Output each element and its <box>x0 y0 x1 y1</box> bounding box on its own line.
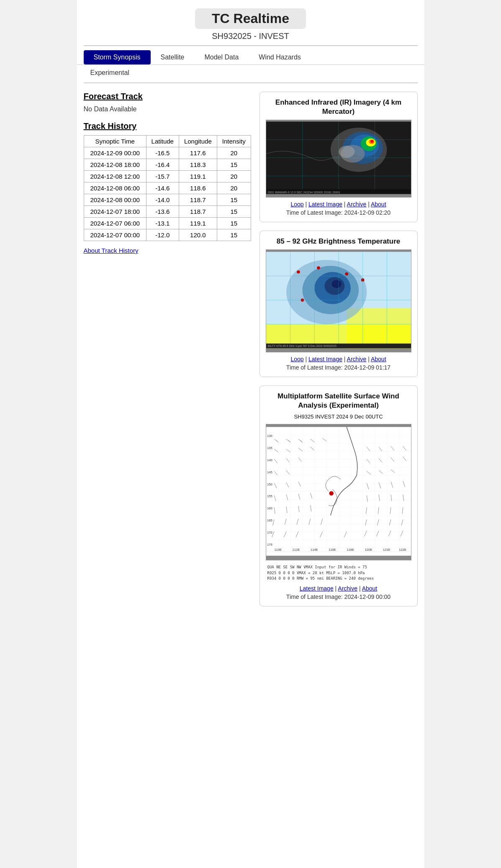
wind-analysis-card: Multiplatform Satellite Surface Wind Ana… <box>259 385 418 606</box>
table-cell-lat: -16.4 <box>146 159 179 171</box>
tab-experimental[interactable]: Experimental <box>84 67 136 79</box>
table-cell-intensity: 20 <box>217 171 251 182</box>
svg-text:155: 155 <box>267 495 272 498</box>
wind-about-link[interactable]: About <box>362 585 378 592</box>
table-cell-lon: 118.6 <box>179 182 217 194</box>
table-cell-lat: -13.1 <box>146 218 179 229</box>
svg-point-112 <box>329 491 333 496</box>
table-row: 2024-12-08 18:00-16.4118.315 <box>84 159 251 171</box>
table-cell-intensity: 20 <box>217 182 251 194</box>
forecast-track-title: Forecast Track <box>84 92 251 101</box>
table-cell-time: 2024-12-09 00:00 <box>84 147 146 159</box>
table-cell-lat: -14.0 <box>146 194 179 206</box>
ir-imagery-svg: 0001 MIAWARI-9 13 9 DEC 242Z44 020000 20… <box>266 120 411 195</box>
tab-wind-hazards[interactable]: Wind Hazards <box>249 50 311 64</box>
svg-point-7 <box>370 140 373 143</box>
table-cell-lon: 117.6 <box>179 147 217 159</box>
wind-time: Time of Latest Image: 2024-12-09 00:00 <box>266 593 411 600</box>
table-row: 2024-12-08 00:00-14.0118.715 <box>84 194 251 206</box>
table-cell-lat: -12.0 <box>146 229 179 241</box>
svg-text:114E: 114E <box>310 548 318 552</box>
microwave-links: Loop | Latest Image | Archive | About <box>266 356 411 362</box>
mw-loop-link[interactable]: Loop <box>290 356 303 362</box>
main-content: Forecast Track No Data Available Track H… <box>77 83 424 615</box>
microwave-svg: BILTY UTN 85.5 GHz V-pol 787 9 Dec 2024 … <box>266 250 411 350</box>
table-row: 2024-12-07 06:00-13.1119.115 <box>84 218 251 229</box>
table-cell-time: 2024-12-08 12:00 <box>84 171 146 182</box>
wind-analysis-svg: 130 135 140 145 150 155 160 165 170 175 … <box>266 424 411 558</box>
table-cell-lat: -13.6 <box>146 206 179 218</box>
table-cell-lat: -15.7 <box>146 171 179 182</box>
svg-text:160: 160 <box>267 507 272 511</box>
microwave-card: 85 – 92 GHz Brightness Temperature <box>259 231 418 377</box>
wind-analysis-info: QUA NE SE SW NW VMAX Input for IR Winds … <box>266 564 411 583</box>
svg-text:121E: 121E <box>383 548 390 552</box>
svg-text:140: 140 <box>267 458 272 462</box>
ir-imagery-title: Enhanced Infrared (IR) Imagery (4 km Mer… <box>266 98 411 116</box>
track-history-title: Track History <box>84 121 251 131</box>
microwave-image: BILTY UTN 85.5 GHz V-pol 787 9 Dec 2024 … <box>266 249 411 352</box>
table-cell-lon: 119.1 <box>179 218 217 229</box>
wind-analysis-image: 130 135 140 145 150 155 160 165 170 175 … <box>266 424 411 560</box>
ir-about-link[interactable]: About <box>371 201 386 208</box>
ir-time: Time of Latest Image: 2024-12-09 02:20 <box>266 209 411 216</box>
table-cell-lat: -16.5 <box>146 147 179 159</box>
svg-rect-131 <box>266 552 411 556</box>
svg-rect-20 <box>347 308 411 349</box>
forecast-track-section: Forecast Track No Data Available <box>84 92 251 113</box>
tab-storm-synopsis[interactable]: Storm Synopsis <box>84 50 151 64</box>
svg-text:0001 MIAWARI-9 13 9 DEC 242Z44: 0001 MIAWARI-9 13 9 DEC 242Z44 020000 20… <box>267 191 340 194</box>
track-history-table: Synoptic Time Latitude Longitude Intensi… <box>84 135 251 241</box>
svg-text:118E: 118E <box>347 548 354 552</box>
wind-analysis-title: Multiplatform Satellite Surface Wind Ana… <box>266 392 411 410</box>
svg-text:BILTY UTN 85.5 GHz V-pol 787  : BILTY UTN 85.5 GHz V-pol 787 9 Dec 2024 … <box>267 345 336 348</box>
svg-text:165: 165 <box>267 519 272 522</box>
wind-analysis-subtitle: SH9325 INVEST 2024 9 Dec 00UTC <box>266 413 411 421</box>
tab-model-data[interactable]: Model Data <box>194 50 249 64</box>
table-cell-intensity: 15 <box>217 229 251 241</box>
mw-archive-link[interactable]: Archive <box>347 356 367 362</box>
ir-latest-link[interactable]: Latest Image <box>308 201 342 208</box>
table-cell-intensity: 15 <box>217 206 251 218</box>
ir-archive-link[interactable]: Archive <box>347 201 367 208</box>
svg-text:112E: 112E <box>292 548 300 552</box>
mw-latest-link[interactable]: Latest Image <box>308 356 342 362</box>
col-intensity: Intensity <box>217 136 251 147</box>
table-cell-intensity: 20 <box>217 147 251 159</box>
table-header-row: Synoptic Time Latitude Longitude Intensi… <box>84 136 251 147</box>
col-lon: Longitude <box>179 136 217 147</box>
table-cell-intensity: 15 <box>217 159 251 171</box>
mw-about-link[interactable]: About <box>371 356 386 362</box>
table-cell-time: 2024-12-08 00:00 <box>84 194 146 206</box>
wind-latest-link[interactable]: Latest Image <box>300 585 334 592</box>
about-track-history-link[interactable]: About Track History <box>84 247 139 254</box>
svg-text:130: 130 <box>267 434 272 438</box>
mw-time: Time of Latest Image: 2024-12-09 01:17 <box>266 364 411 371</box>
forecast-track-no-data: No Data Available <box>84 105 251 113</box>
table-cell-lon: 118.7 <box>179 206 217 218</box>
svg-point-27 <box>317 267 320 270</box>
svg-text:122E: 122E <box>399 548 406 552</box>
svg-text:150: 150 <box>267 483 272 486</box>
table-cell-intensity: 15 <box>217 218 251 229</box>
svg-point-28 <box>345 272 348 276</box>
svg-text:135: 135 <box>267 446 272 450</box>
right-panel: Enhanced Infrared (IR) Imagery (4 km Mer… <box>259 92 418 606</box>
ir-imagery-card: Enhanced Infrared (IR) Imagery (4 km Mer… <box>259 92 418 222</box>
svg-text:116E: 116E <box>328 548 336 552</box>
svg-point-9 <box>339 146 355 158</box>
table-cell-time: 2024-12-07 06:00 <box>84 218 146 229</box>
track-history-section: Track History Synoptic Time Latitude Lon… <box>84 121 251 254</box>
wind-info-line2: R925 0 0 0 0 VMAX = 20 kt MSLP = 1007.0 … <box>267 571 365 575</box>
ir-loop-link[interactable]: Loop <box>290 201 303 208</box>
table-cell-time: 2024-12-07 18:00 <box>84 206 146 218</box>
svg-text:170: 170 <box>267 531 272 534</box>
tab-satellite[interactable]: Satellite <box>151 50 195 64</box>
wind-info-line3: R934 0 0 0 0 RMW = 95 nmi BEARING = 240 … <box>267 576 374 580</box>
svg-text:110E: 110E <box>274 548 282 552</box>
table-cell-time: 2024-12-08 18:00 <box>84 159 146 171</box>
col-time: Synoptic Time <box>84 136 146 147</box>
wind-analysis-links: Latest Image | Archive | About <box>266 585 411 592</box>
left-panel: Forecast Track No Data Available Track H… <box>84 92 251 606</box>
wind-archive-link[interactable]: Archive <box>338 585 357 592</box>
